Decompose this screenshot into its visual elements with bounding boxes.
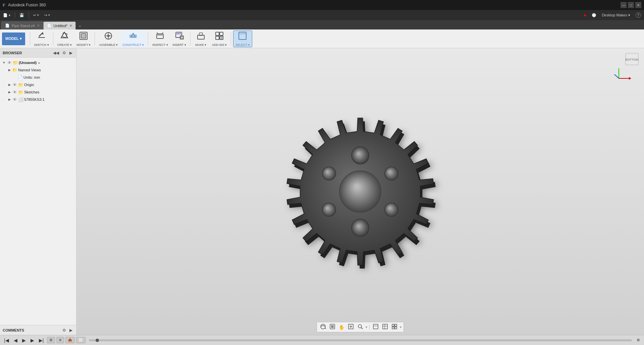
inspect-tool[interactable]: INSPECT ▾ [150,30,170,47]
svg-rect-55 [331,325,334,328]
comments-collapse-button[interactable]: ▶ [68,328,73,333]
construct-tool[interactable]: CONSTRUCT ▾ [120,30,146,47]
tree-item-units[interactable]: 📄 Units: mm [0,74,76,81]
svg-line-49 [614,74,619,78]
browser-collapse-button[interactable]: ▶ [68,50,73,56]
tree-folder-sketches: 📁 [18,90,23,95]
svg-rect-63 [383,324,387,329]
zoom-fit-button[interactable] [347,323,355,331]
redo-button[interactable]: ↪ ▾ [43,12,52,18]
timeline-settings-button[interactable]: ⚙ [635,337,641,343]
help-button[interactable]: ? [634,12,643,18]
svg-rect-27 [216,32,219,36]
tree-item-root[interactable]: ▼ 👁 📁 (Unsaved) ● [0,59,76,66]
sketch-tool[interactable]: SKETCH ▾ [32,30,51,47]
browser-back-button[interactable]: ◀◀ [52,50,60,56]
tree-toggle-sketches[interactable]: ▶ [7,90,12,94]
clock-button[interactable]: 🕐 [590,12,598,18]
tree-toggle-named-views[interactable]: ▶ [7,68,12,72]
tree-item-named-views[interactable]: ▶ 📁 Named Views [0,66,76,74]
browser-tree: ▼ 👁 📁 (Unsaved) ● ▶ 📁 Named Views 📄 Unit… [0,58,76,325]
tree-folder-root: 📁 [13,60,18,65]
inspect-label: INSPECT ▾ [152,43,168,47]
make-tool[interactable]: MAKE ▾ [193,30,209,47]
svg-text:+: + [220,37,222,40]
sketch-label: SKETCH ▾ [34,43,49,47]
tree-toggle-body[interactable]: ▶ [7,98,12,101]
new-tab-button[interactable]: + [77,23,83,29]
assemble-tool[interactable]: ASSEMBLE ▾ [97,30,120,47]
record-button[interactable]: ● [582,12,588,18]
undo-button[interactable]: ↩ ▾ [32,12,41,18]
insert-tool[interactable]: ⚙ INSERT ▾ [171,30,188,47]
toolbar-row1: 📄 ▾ 💾 ↩ ▾ ↪ ▾ ● 🕐 Desktop Makes ▾ ? [0,10,644,20]
tree-label-origin: Origin [24,83,34,87]
model-menu-button[interactable]: MODEL ▾ [2,32,25,45]
addins-tool[interactable]: + ADD-INS ▾ [210,30,229,47]
svg-rect-61 [373,324,378,329]
grid-button[interactable] [381,323,389,331]
tree-folder-origin: 📁 [18,82,23,87]
timeline-action-btn-4[interactable]: ⬜ [76,337,86,343]
timeline-play-button[interactable]: ▶ [21,337,27,344]
close-button[interactable]: ✕ [635,2,641,8]
tree-toggle-root[interactable]: ▼ [1,61,7,64]
orbit-button[interactable]: ▾ [319,323,327,331]
save-button[interactable]: 💾 [18,12,26,18]
comments-settings-button[interactable]: ⚙ [61,328,67,333]
tab-untitled-close[interactable]: ✕ [69,24,72,27]
tree-folder-named-views: 📁 [12,68,17,73]
toolbar-main-div-0 [30,32,30,46]
toolbar-main-div-1 [53,32,53,46]
user-menu-button[interactable]: Desktop Makes ▾ [600,12,632,18]
browser-settings-button[interactable]: ⚙ [61,50,67,56]
insert-icon: ⚙ [175,31,184,43]
display-mode-button[interactable] [328,323,336,331]
maximize-button[interactable]: □ [628,2,634,8]
display-dropdown[interactable]: ▾ [400,325,401,329]
pan-button[interactable]: ✋ [338,324,345,331]
tab-pipe-stand[interactable]: 📄 Pipe Stand v4 ✕ [1,21,43,29]
timeline-step-fwd-button[interactable]: ▶ [29,337,36,344]
title-bar-title: Autodesk Fusion 360 [8,3,46,7]
display-settings-button[interactable] [390,323,398,331]
viewport-bottom-toolbar: ▾ ✋ ▾ ▾ [317,322,404,332]
tree-item-origin[interactable]: ▶ 👁 📁 Origin [0,81,76,88]
help-icon: ? [636,12,641,18]
view-cube[interactable]: BOTTOM [614,52,641,78]
tree-toggle-origin[interactable]: ▶ [7,83,12,86]
timeline-step-back-button[interactable]: ◀ [12,337,19,344]
timeline-action-btn-1[interactable]: ⚙ [47,337,55,343]
modify-tool[interactable]: MODIFY ▾ [74,30,93,47]
create-tool[interactable]: CREATE ▾ [55,30,74,47]
make-icon [196,31,206,43]
viewport[interactable]: BOTTOM ▾ ✋ ▾ [76,48,644,335]
undo-icon: ↩ [33,13,36,17]
timeline-next-button[interactable]: ▶| [38,337,45,344]
timeline-action-btn-2[interactable]: ✕ [56,337,64,343]
tree-label-body: 57855KS3:1 [24,97,45,101]
zoom-dropdown[interactable]: ▾ [366,325,367,329]
file-menu-button[interactable]: 📄 ▾ [1,12,12,18]
timeline-action-btn-3[interactable]: 📤 [65,337,75,343]
comments-label: COMMENTS [3,328,24,332]
svg-rect-69 [395,327,397,329]
minimize-button[interactable]: — [621,2,627,8]
zoom-button[interactable] [356,323,364,331]
timeline-prev-button[interactable]: |◀ [3,337,10,344]
view-select-button[interactable] [372,323,380,331]
redo-arrow: ▾ [48,13,50,17]
construct-icon [128,31,138,43]
tree-item-body[interactable]: ▶ 👁 ⬜ 57855KS3:1 [0,96,76,103]
select-tool[interactable]: SELECT ▾ [233,30,252,47]
toolbar-main-div-3 [148,32,148,46]
toolbar-sep-2 [29,12,29,18]
inspect-icon [155,31,165,43]
tree-eye-body: 👁 [12,97,17,102]
tab-pipe-stand-close[interactable]: ✕ [37,24,40,27]
timeline-track[interactable] [89,339,632,341]
tab-untitled[interactable]: 📄 Untitled* ✕ [43,21,76,29]
tree-item-sketches[interactable]: ▶ 👁 📁 Sketches [0,88,76,96]
browser-header: BROWSER ◀◀ ⚙ ▶ [0,48,76,58]
svg-text:⚙: ⚙ [180,36,183,39]
